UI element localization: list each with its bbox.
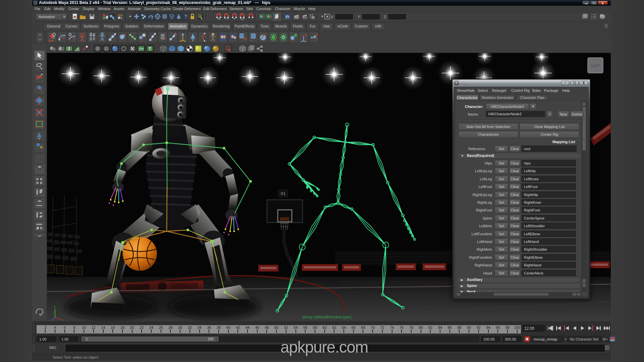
svg-text:persp (defaultRenderLayer): persp (defaultRenderLayer) <box>303 315 352 319</box>
svg-text:x: x <box>62 318 63 321</box>
svg-text:?: ? <box>184 14 187 19</box>
svg-text:01: 01 <box>281 192 285 196</box>
svg-text:LEFT: LEFT <box>591 64 600 68</box>
svg-text:y: y <box>54 305 56 308</box>
svg-text:T: T <box>149 47 151 51</box>
